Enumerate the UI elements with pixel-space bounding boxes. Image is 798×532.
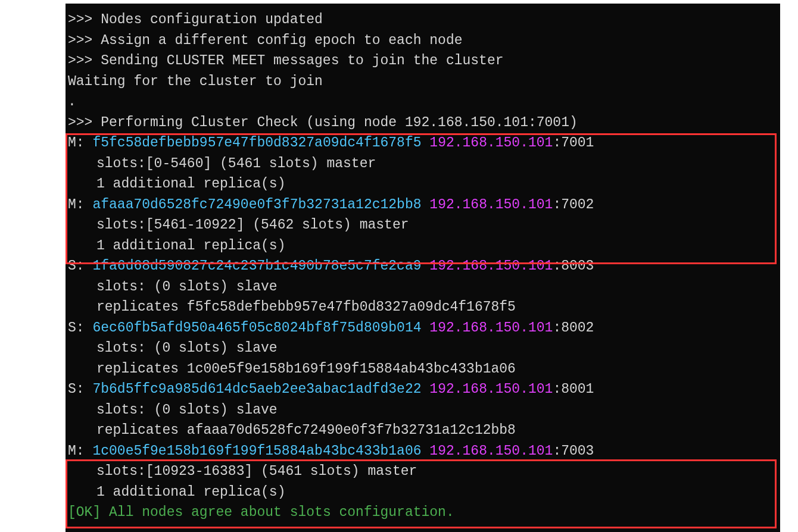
- node-entry-slave-8002: S: 6ec60fb5afd950a465f05c8024bf8f75d809b…: [68, 318, 778, 339]
- node-ip: 192.168.150.101: [429, 381, 553, 397]
- line-performing-check: >>> Performing Cluster Check (using node…: [68, 112, 778, 133]
- node-slots: slots: (0 slots) slave: [68, 338, 778, 359]
- node-replicas: 1 additional replica(s): [68, 174, 778, 195]
- node-replicates: replicates f5fc58defbebb957e47fb0d8327a0…: [68, 297, 778, 318]
- line-waiting: Waiting for the cluster to join: [68, 71, 778, 92]
- node-port: :7001: [553, 135, 594, 151]
- node-ip: 192.168.150.101: [429, 197, 553, 212]
- node-replicates: replicates 1c00e5f9e158b169f199f15884ab4…: [68, 359, 778, 380]
- node-replicas: 1 additional replica(s): [68, 236, 778, 256]
- node-entry-slave-8001: S: 7b6d5ffc9a985d614dc5aeb2ee3abac1adfd3…: [68, 379, 778, 400]
- node-entry-slave-8003: S: 1fa6d68d590827c24c237b1c490b78e5c7fe2…: [68, 256, 778, 277]
- line-assign-epoch: >>> Assign a different config epoch to e…: [68, 30, 778, 51]
- line-nodes-config-updated: >>> Nodes configuration updated: [68, 10, 778, 30]
- node-entry-master-7001: M: f5fc58defbebb957e47fb0d8327a09dc4f167…: [68, 133, 778, 154]
- node-ip: 192.168.150.101: [429, 320, 553, 336]
- node-hash: 6ec60fb5afd950a465f05c8024bf8f75d809b014: [92, 320, 421, 336]
- node-slots: slots:[0-5460] (5461 slots) master: [68, 154, 778, 174]
- node-slots: slots: (0 slots) slave: [68, 400, 778, 421]
- node-slots: slots: (0 slots) slave: [68, 277, 778, 298]
- node-ip: 192.168.150.101: [429, 258, 553, 274]
- node-ip: 192.168.150.101: [429, 135, 553, 151]
- node-entry-master-7002: M: afaaa70d6528fc72490e0f3f7b32731a12c12…: [68, 195, 778, 215]
- node-hash: 1c00e5f9e158b169f199f15884ab43bc433b1a06: [92, 443, 421, 459]
- ok-prefix: [OK]: [68, 505, 101, 520]
- node-replicas: 1 additional replica(s): [68, 482, 778, 503]
- line-cluster-meet: >>> Sending CLUSTER MEET messages to joi…: [68, 51, 778, 71]
- terminal-output: >>> Nodes configuration updated >>> Assi…: [66, 4, 780, 532]
- node-port: :8003: [553, 258, 594, 274]
- node-port: :8002: [553, 320, 594, 336]
- node-hash: f5fc58defbebb957e47fb0d8327a09dc4f1678f5: [92, 135, 421, 151]
- node-port: :7002: [553, 197, 594, 212]
- node-slots: slots:[5461-10922] (5462 slots) master: [68, 215, 778, 236]
- node-hash: 7b6d5ffc9a985d614dc5aeb2ee3abac1adfd3e22: [92, 381, 421, 397]
- node-port: :8001: [553, 381, 594, 397]
- line-ok-slots-agree: [OK] All nodes agree about slots configu…: [68, 502, 778, 523]
- node-entry-master-7003: M: 1c00e5f9e158b169f199f15884ab43bc433b1…: [68, 441, 778, 462]
- node-hash: 1fa6d68d590827c24c237b1c490b78e5c7fe2ca9: [92, 258, 421, 274]
- node-ip: 192.168.150.101: [429, 443, 553, 459]
- node-slots: slots:[10923-16383] (5461 slots) master: [68, 461, 778, 482]
- node-replicates: replicates afaaa70d6528fc72490e0f3f7b327…: [68, 420, 778, 441]
- node-port: :7003: [553, 443, 594, 459]
- node-hash: afaaa70d6528fc72490e0f3f7b32731a12c12bb8: [92, 197, 421, 212]
- line-dot: .: [68, 92, 778, 112]
